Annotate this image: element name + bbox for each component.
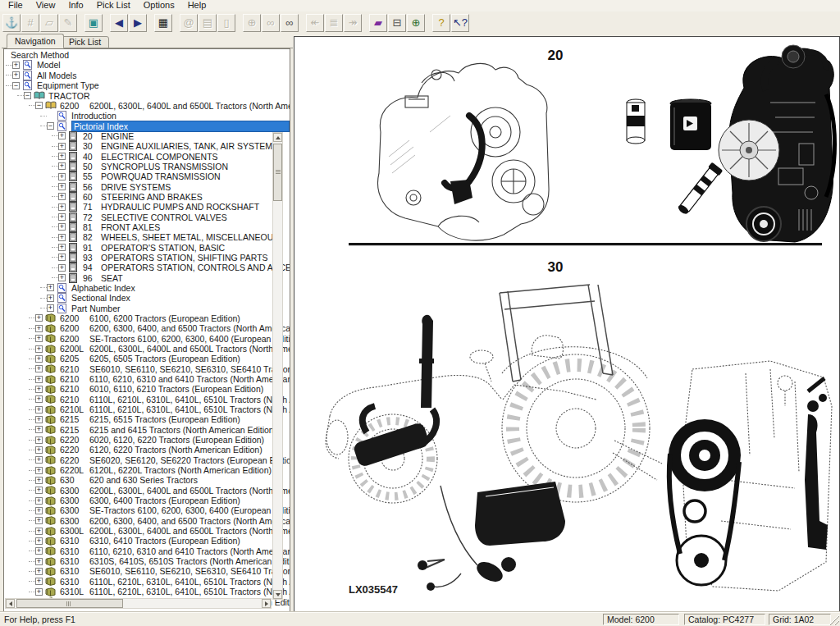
expand-plus-box[interactable]: + [35,578,43,585]
collapse-minus-box[interactable]: − [35,102,43,109]
book-button[interactable]: ▰ [369,14,387,32]
expand-plus-box[interactable]: + [35,416,43,423]
tree-item[interactable]: +62206020, 6120, 6220 Tractors (European… [4,435,290,445]
binoculars-button[interactable]: ∞ [262,14,280,32]
tree-item[interactable]: +63106310S, 6410S, 6510S Tractors (North… [4,556,290,566]
expand-plus-box[interactable]: + [58,162,66,170]
tree-item[interactable]: +6300SE-Tractors 6100, 6200, 6300, 6400 … [4,505,290,515]
section-30-figure[interactable]: 30 [326,259,832,596]
expand-plus-box[interactable]: + [58,213,66,221]
expand-plus-box[interactable]: + [35,325,43,332]
tree-item[interactable]: +63106310, 6410 Tractors (European Editi… [4,536,290,546]
scroll-left-button[interactable] [6,599,15,608]
tree-item[interactable]: +50SYNCROPLUS TRANSMISSION [4,162,290,171]
expand-plus-box[interactable]: + [35,355,43,363]
expand-plus-box[interactable]: + [47,284,54,291]
expand-plus-box[interactable]: + [35,558,43,565]
tree-item[interactable]: +91OPERATOR'S STATION, BASIC [4,242,290,252]
screen-button[interactable]: ▣ [84,14,103,32]
expand-plus-box[interactable]: + [35,426,43,433]
tree-item[interactable]: +62106110, 6210, 6310 and 6410 Tractors … [4,374,290,384]
expand-plus-box[interactable]: + [35,365,43,372]
tree-item[interactable]: +96SEAT [4,272,290,282]
expand-plus-box[interactable]: + [35,335,43,342]
jump-back-button[interactable]: ↞ [306,14,324,32]
expand-plus-box[interactable]: + [35,456,43,464]
expand-plus-box[interactable]: + [35,487,43,494]
jump-forward-button[interactable]: ↠ [344,14,362,32]
expand-plus-box[interactable]: + [12,62,20,69]
expand-plus-box[interactable]: + [35,436,43,444]
tree-item[interactable]: +63006200, 6300, 6400, and 6500 Tractors… [4,516,290,526]
expand-plus-box[interactable]: + [58,264,66,272]
tree-item[interactable]: +6210L6110L, 6210L, 6310L, 6410L, 6510L … [4,404,290,414]
expand-plus-box[interactable]: + [47,295,54,302]
expand-plus-box[interactable]: + [58,143,66,150]
expand-plus-box[interactable]: + [35,314,43,322]
globe-edit-button[interactable]: ⊕ [243,14,261,32]
horizontal-scroll-thumb[interactable] [16,599,123,608]
expand-plus-box[interactable]: + [35,345,43,353]
tree-item[interactable]: +62056205, 6505 Tractors (European Editi… [4,354,290,363]
zoom-at-button[interactable]: @ [180,14,198,32]
expand-plus-box[interactable]: + [35,517,43,524]
tree-item[interactable]: +40ELECTRICAL COMPONENTS [4,151,290,161]
help-button[interactable]: ? [432,14,450,32]
expand-plus-box[interactable]: + [58,223,66,231]
context-help-button[interactable]: ↖? [451,14,469,32]
tree-item[interactable]: −62006200L, 6300L, 6400L and 6500L Tract… [4,101,290,111]
edit-pencil-button[interactable]: ✎ [59,14,77,32]
tree-item[interactable]: +6210SE6010, SE6110, SE6210, SE6310, SE6… [4,364,290,374]
tree-item-pictorial-index[interactable]: −Pictorial Index [4,121,290,130]
tree-item[interactable]: −TRACTOR [4,90,290,100]
tree-item[interactable]: +60STEERING AND BRAKES [4,192,290,202]
tree-item[interactable]: +6220SE6020, SE6120, SE6220 Tractors (Eu… [4,455,290,465]
tree-item[interactable]: +55POWRQUAD TRANSMISSION [4,171,290,181]
globe-button[interactable]: ⊕ [407,14,425,32]
tree-item[interactable]: +30ENGINE AUXILIARIES, TANK, AIR SYSTEM [4,141,290,151]
tree-item[interactable]: +63006200L, 6300L, 6400L and 6500L Tract… [4,486,290,496]
expand-plus-box[interactable]: + [35,547,43,555]
edit-notes-button[interactable]: ▤ [199,14,217,32]
part-number-button[interactable]: # [21,14,39,32]
menu-options[interactable]: Options [137,0,181,11]
collapse-minus-box[interactable]: − [12,82,20,89]
expand-plus-box[interactable]: + [35,386,43,393]
expand-plus-box[interactable]: + [58,254,66,261]
section-20-figure[interactable]: 20 [349,45,835,245]
vertical-scroll-thumb[interactable] [273,144,282,201]
pick-list-page-button[interactable]: ▱ [40,14,58,32]
tree-item[interactable]: +93OPERATORS STATION, SHIFTING PARTS [4,253,290,263]
tab-pick-list[interactable]: Pick List [61,36,109,48]
nav-back-button[interactable]: ◀ [110,14,128,32]
tree-item[interactable]: +94OPERATORS STATION, CONTROLS AND ACCES… [4,263,290,272]
tree-item[interactable]: +Alphabetic Index [4,283,290,293]
tree-item[interactable]: −Equipment Type [4,80,290,90]
collapse-minus-box[interactable]: − [47,122,54,130]
tab-navigation[interactable]: Navigation [7,34,64,48]
tree-item[interactable]: +62156215, 6515 Tractors (European Editi… [4,414,290,424]
expand-plus-box[interactable]: + [35,507,43,514]
scroll-right-button[interactable] [262,599,271,608]
tree-item[interactable]: +All Models [4,71,290,80]
expand-plus-box[interactable]: + [35,568,43,575]
tree-item[interactable]: Introduction [4,111,290,121]
document-button[interactable]: ▯ [217,14,235,32]
tree-horizontal-scrollbar[interactable] [5,598,272,609]
tree-item[interactable]: +63106110, 6210, 6310 and 6410 Tractors … [4,546,290,556]
menu-pick-list[interactable]: Pick List [90,0,137,11]
tree-item[interactable]: +56DRIVE SYSTEMS [4,181,290,191]
expand-plus-box[interactable]: + [47,304,54,312]
print-button[interactable]: ⊟ [388,14,406,32]
tree-item[interactable]: +62156215 and 6415 Tractors (North Ameri… [4,425,290,435]
tree-item[interactable]: +62206120, 6220 Tractors (North American… [4,445,290,455]
nav-forward-button[interactable]: ▶ [129,14,147,32]
tree-item[interactable]: +6300L6200L, 6300L, 6400L and 6500L Trac… [4,526,290,536]
expand-plus-box[interactable]: + [58,203,66,211]
expand-plus-box[interactable]: + [35,528,43,535]
tree-item[interactable]: +Part Number [4,304,290,313]
scroll-up-button[interactable] [273,133,282,142]
tree-vertical-scrollbar[interactable] [272,132,283,600]
expand-plus-box[interactable]: + [35,588,43,596]
expand-plus-box[interactable]: + [35,537,43,545]
